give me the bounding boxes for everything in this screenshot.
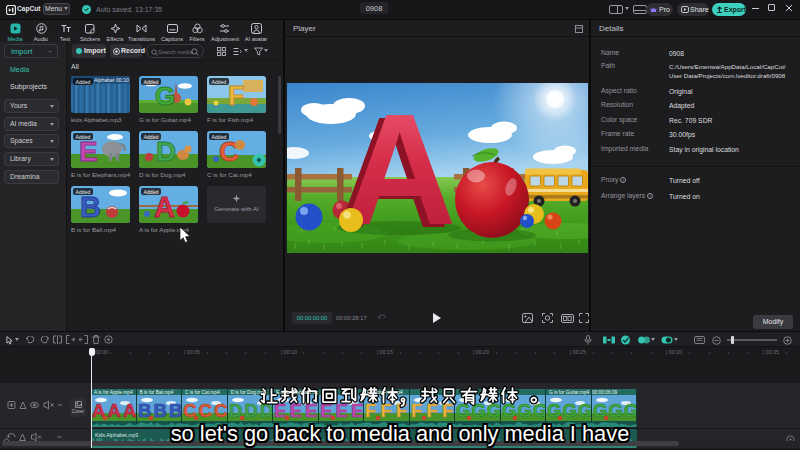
svg-text:B: B [169, 400, 182, 421]
svg-text:A: A [108, 400, 121, 421]
svg-text:A: A [154, 191, 175, 223]
svg-text:E: E [79, 136, 98, 167]
svg-text:F: F [228, 81, 245, 111]
svg-text:Alphabet 00:10: Alphabet 00:10 [94, 77, 129, 83]
svg-text:A: A [123, 400, 136, 421]
svg-text:G: G [578, 400, 592, 421]
svg-text:C: C [199, 400, 212, 421]
svg-text:G: G [563, 400, 577, 421]
svg-text:C: C [219, 136, 239, 167]
svg-text:C: C [214, 400, 227, 421]
svg-text:G: G [624, 400, 638, 421]
svg-text:D: D [156, 136, 176, 167]
svg-text:G: G [155, 81, 175, 111]
svg-text:B: B [80, 191, 101, 223]
svg-text:B: B [153, 400, 166, 421]
svg-text:G: G [608, 400, 622, 421]
